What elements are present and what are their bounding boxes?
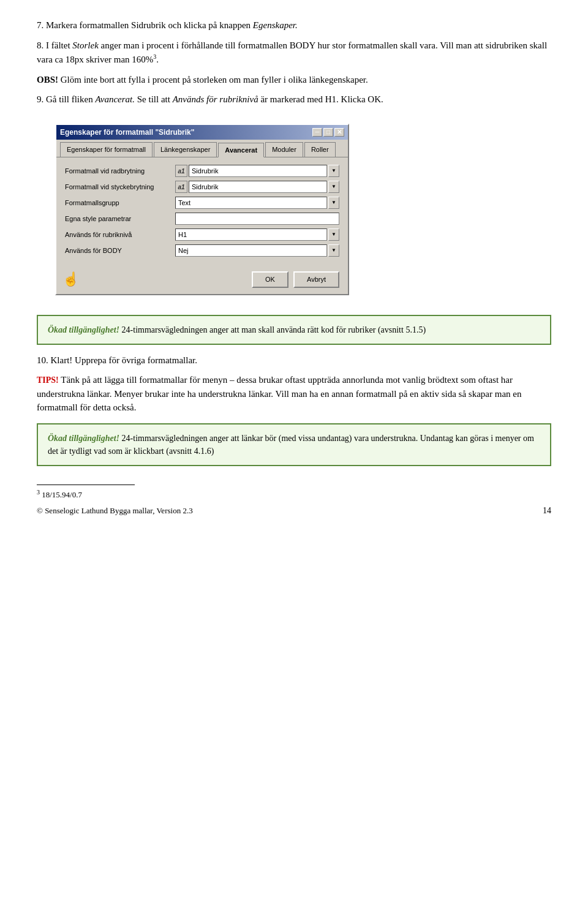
minimize-button[interactable]: ─ (312, 128, 322, 137)
tab-moduler[interactable]: Moduler (265, 142, 303, 157)
dialog-tabs: Egenskaper för formatmall Länkegenskaper… (56, 140, 348, 158)
label-rubrikniva: Används för rubriknivå (65, 230, 175, 240)
form-row-styckebrytning: Formatmall vid styckebrytning a1 Sidrubr… (65, 181, 339, 193)
tab-lankegenskaper[interactable]: Länkegenskaper (154, 142, 217, 157)
input-egna[interactable] (175, 213, 339, 225)
dropdown-grupp[interactable]: ▼ (328, 197, 339, 209)
titlebar-buttons: ─ □ ✕ (312, 128, 344, 137)
label-body: Används för BODY (65, 246, 175, 256)
ok-button[interactable]: OK (252, 271, 288, 288)
close-button[interactable]: ✕ (334, 128, 344, 137)
form-row-egna: Egna style parametrar (65, 213, 339, 225)
input-grupp[interactable]: Text (175, 197, 327, 209)
dialog-body: Formatmall vid radbrytning a1 Sidrubrik … (56, 157, 348, 268)
icon-styckebrytning: a1 (175, 181, 187, 193)
tips-text: Tänk på att lägga till formatmallar för … (37, 375, 521, 412)
dialog-bottom-row: ☝ OK Avbryt (56, 268, 348, 294)
green-title-1: Ökad tillgänglighet! (48, 325, 119, 334)
input-body[interactable]: Nej (175, 244, 327, 257)
field-body: Nej ▼ (175, 244, 339, 257)
cancel-button[interactable]: Avbryt (293, 271, 339, 288)
icon-radbrytning: a1 (175, 165, 187, 177)
text-8b: anger man i procent i förhållande till f… (37, 40, 547, 65)
input-radbrytning[interactable]: Sidrubrik (189, 165, 327, 177)
form-row-body: Används för BODY Nej ▼ (65, 244, 339, 257)
tips-paragraph: TIPS! Tänk på att lägga till formatmalla… (37, 373, 551, 415)
page-number: 14 (543, 504, 551, 517)
green-text-1: 24-timmarsvägledningen anger att man ska… (119, 325, 426, 334)
footer-left: © Senselogic Lathund Bygga mallar, Versi… (37, 505, 193, 517)
italic-9b: Används för rubriknivå (173, 94, 258, 104)
footnote-text: 18/15.94/0.7 (42, 490, 82, 499)
green-box-2: Ökad tillgänglighet! 24-timmarsväglednin… (37, 423, 551, 466)
text-10: 10. Klart! Upprepa för övriga formatmall… (37, 355, 197, 365)
dropdown-styckebrytning[interactable]: ▼ (328, 181, 339, 193)
dialog-wrapper: Egenskaper för formatmall "Sidrubrik" ─ … (55, 124, 349, 295)
text-9c: är markerad med H1. Klicka OK. (258, 94, 383, 104)
tab-egenskaper[interactable]: Egenskaper för formatmall (60, 142, 153, 157)
input-styckebrytning[interactable]: Sidrubrik (189, 181, 327, 193)
form-row-radbrytning: Formatmall vid radbrytning a1 Sidrubrik … (65, 165, 339, 177)
obs-label: OBS! (37, 75, 58, 85)
field-radbrytning: a1 Sidrubrik ▼ (175, 165, 339, 177)
field-grupp: Text ▼ (175, 197, 339, 209)
maximize-button[interactable]: □ (323, 128, 333, 137)
label-styckebrytning: Formatmall vid styckebrytning (65, 182, 175, 192)
dropdown-rubrikniva[interactable]: ▼ (328, 228, 339, 241)
text-7: 7. Markera formatmallen Sidrubrik och kl… (37, 20, 253, 30)
field-egna (175, 213, 339, 225)
text-9b: Se till att (135, 94, 173, 104)
dropdown-body[interactable]: ▼ (328, 244, 339, 257)
text-8a: 8. I fältet (37, 40, 72, 50)
paragraph-7: 7. Markera formatmallen Sidrubrik och kl… (37, 18, 551, 32)
label-egna: Egna style parametrar (65, 214, 175, 224)
footer-row: © Senselogic Lathund Bygga mallar, Versi… (37, 504, 551, 517)
footnote-number: 3 (37, 489, 40, 496)
text-8c: . (156, 55, 159, 64)
tips-label: TIPS! (37, 375, 59, 385)
hand-icon: ☝ (56, 269, 85, 294)
dialog-window: Egenskaper för formatmall "Sidrubrik" ─ … (55, 124, 349, 295)
label-grupp: Formatmallsgrupp (65, 198, 175, 208)
green-title-2: Ökad tillgänglighet! (48, 434, 119, 443)
form-row-rubrikniva: Används för rubriknivå H1 ▼ (65, 228, 339, 241)
paragraph-9: 9. Gå till fliken Avancerat. Se till att… (37, 92, 551, 107)
green-text-2: 24-timmarsvägledningen anger att länkar … (48, 434, 534, 456)
paragraph-10: 10. Klart! Upprepa för övriga formatmall… (37, 353, 551, 368)
input-rubrikniva[interactable]: H1 (175, 228, 327, 241)
field-rubrikniva: H1 ▼ (175, 228, 339, 241)
dialog-titlebar: Egenskaper för formatmall "Sidrubrik" ─ … (56, 125, 348, 140)
dialog-footer: OK Avbryt (243, 268, 348, 294)
paragraph-8: 8. I fältet Storlek anger man i procent … (37, 39, 551, 67)
obs-text: Glöm inte bort att fylla i procent på st… (58, 75, 368, 85)
field-styckebrytning: a1 Sidrubrik ▼ (175, 181, 339, 193)
form-row-grupp: Formatmallsgrupp Text ▼ (65, 197, 339, 209)
dialog-title: Egenskaper för formatmall "Sidrubrik" (60, 127, 194, 138)
footnote: 3 18/15.94/0.7 (37, 488, 551, 501)
italic-8: Storlek (72, 40, 99, 50)
tab-roller[interactable]: Roller (304, 142, 336, 157)
italic-9a: Avancerat. (95, 94, 135, 104)
green-box-1: Ökad tillgänglighet! 24-timmarsväglednin… (37, 315, 551, 345)
obs-paragraph: OBS! Glöm inte bort att fylla i procent … (37, 73, 551, 87)
footnote-line (37, 485, 135, 485)
italic-7: Egenskaper. (253, 20, 298, 30)
dropdown-radbrytning[interactable]: ▼ (328, 165, 339, 177)
tab-avancerat[interactable]: Avancerat (218, 143, 264, 158)
label-radbrytning: Formatmall vid radbrytning (65, 166, 175, 176)
text-9a: 9. Gå till fliken (37, 94, 95, 104)
